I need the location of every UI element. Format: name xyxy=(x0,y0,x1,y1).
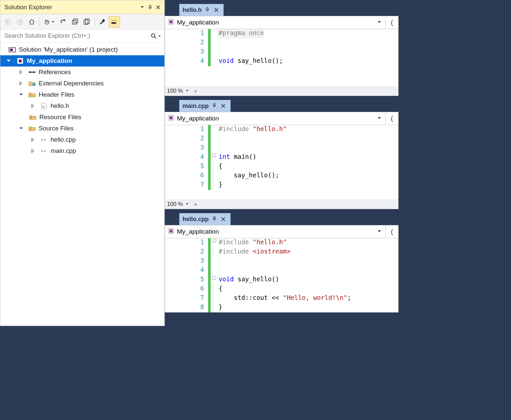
hello-h-node[interactable]: h hello.h xyxy=(0,100,164,112)
editor-hello-cpp[interactable]: 1-#include "hello.h" 2#include <iostream… xyxy=(165,238,399,312)
project-icon xyxy=(168,19,174,26)
chevron-down-icon[interactable] xyxy=(186,88,190,94)
close-icon[interactable] xyxy=(221,103,227,110)
project-icon xyxy=(16,57,24,65)
show-all-files-button[interactable] xyxy=(81,16,93,27)
svg-rect-6 xyxy=(85,19,89,23)
solution-explorer-panel: Solution Explorer xyxy=(0,0,165,326)
svg-rect-11 xyxy=(10,49,13,51)
member-dropdown[interactable]: ( xyxy=(386,115,398,122)
scroll-left-icon[interactable]: ◄ xyxy=(193,88,197,94)
svg-rect-17 xyxy=(32,83,35,86)
main-cpp-node[interactable]: ++ main.cpp xyxy=(0,145,164,157)
expand-icon[interactable] xyxy=(18,81,24,85)
expand-icon[interactable] xyxy=(29,149,36,153)
scope-dropdown[interactable]: My_application xyxy=(165,228,385,236)
dropdown-icon[interactable] xyxy=(139,4,146,11)
chevron-down-icon[interactable] xyxy=(377,20,383,25)
project-icon xyxy=(168,228,174,236)
solution-tree[interactable]: Solution 'My_application' (1 project) My… xyxy=(0,43,164,158)
hello-cpp-node[interactable]: ++ hello.cpp xyxy=(0,134,164,145)
pending-changes-button[interactable] xyxy=(42,16,57,27)
collapse-icon[interactable] xyxy=(18,93,24,97)
fold-icon[interactable]: - xyxy=(212,239,216,243)
search-icon[interactable] xyxy=(150,33,161,39)
cpp-file-icon: ++ xyxy=(40,136,48,144)
svg-rect-22 xyxy=(169,20,173,23)
svg-rect-5 xyxy=(84,20,88,24)
zoom-bar[interactable]: 100 % ◄ xyxy=(165,86,399,96)
collapse-icon[interactable] xyxy=(5,59,12,63)
member-dropdown[interactable]: ( xyxy=(386,228,398,236)
resource-files-node[interactable]: Resource Files xyxy=(0,112,164,123)
solution-explorer-toolbar xyxy=(0,14,164,29)
chevron-down-icon[interactable] xyxy=(377,116,383,121)
member-dropdown[interactable]: ( xyxy=(386,19,398,26)
solution-node[interactable]: Solution 'My_application' (1 project) xyxy=(0,44,164,55)
project-icon xyxy=(168,115,174,122)
fold-icon[interactable]: - xyxy=(212,276,216,280)
zoom-bar[interactable]: 100 % ◄ xyxy=(165,199,399,209)
close-icon[interactable] xyxy=(214,7,220,14)
tab-hello-cpp[interactable]: hello.cpp xyxy=(179,213,231,225)
filter-folder-icon xyxy=(29,113,37,121)
chevron-down-icon[interactable] xyxy=(186,201,190,208)
source-files-node[interactable]: Source Files xyxy=(0,123,164,134)
references-icon xyxy=(28,68,36,76)
svg-rect-16 xyxy=(31,72,33,72)
scope-dropdown[interactable]: My_application xyxy=(165,115,385,122)
solution-explorer-titlebar: Solution Explorer xyxy=(0,0,164,14)
svg-rect-3 xyxy=(72,20,76,24)
pin-icon[interactable] xyxy=(212,216,218,223)
chevron-down-icon[interactable] xyxy=(377,229,383,235)
pin-icon[interactable] xyxy=(212,103,218,110)
tab-hello-h[interactable]: hello.h xyxy=(179,4,224,16)
svg-rect-24 xyxy=(169,116,173,119)
svg-rect-7 xyxy=(111,22,116,24)
references-node[interactable]: References xyxy=(0,67,164,78)
close-icon[interactable] xyxy=(154,4,162,11)
project-node[interactable]: My_application xyxy=(0,55,164,67)
nav-fwd-button[interactable] xyxy=(14,16,25,27)
fold-icon[interactable]: - xyxy=(212,154,216,157)
solution-icon xyxy=(8,46,16,54)
external-deps-node[interactable]: External Dependencies xyxy=(0,78,164,89)
preview-button[interactable] xyxy=(109,16,120,27)
solution-search-input[interactable] xyxy=(4,32,150,40)
svg-rect-26 xyxy=(169,229,173,233)
home-button[interactable] xyxy=(26,16,37,27)
h-file-icon: h xyxy=(40,102,48,110)
svg-rect-4 xyxy=(74,19,78,23)
nav-back-button[interactable] xyxy=(2,16,14,27)
svg-text:h: h xyxy=(43,105,44,109)
pin-icon[interactable] xyxy=(147,4,154,11)
collapse-icon[interactable] xyxy=(18,126,24,130)
editor-navbar: My_application ( xyxy=(165,112,399,125)
expand-icon[interactable] xyxy=(18,70,24,74)
folder-icon xyxy=(28,79,36,87)
properties-button[interactable] xyxy=(97,16,108,27)
editor-navbar: My_application ( xyxy=(165,16,399,29)
cpp-file-icon: ++ xyxy=(40,147,48,155)
svg-rect-8 xyxy=(111,20,117,21)
collapse-all-button[interactable] xyxy=(69,16,81,27)
svg-point-9 xyxy=(151,34,155,37)
svg-rect-13 xyxy=(19,59,22,63)
expand-icon[interactable] xyxy=(29,138,36,142)
svg-rect-15 xyxy=(33,71,35,73)
scroll-left-icon[interactable]: ◄ xyxy=(193,202,197,207)
scope-dropdown[interactable]: My_application xyxy=(165,19,385,26)
tab-main-cpp[interactable]: main.cpp xyxy=(179,100,231,112)
svg-text:++: ++ xyxy=(41,148,46,154)
close-icon[interactable] xyxy=(221,216,227,223)
editor-hello-h[interactable]: 1#pragma once 2 3 4void say_hello(); xyxy=(165,29,399,86)
svg-rect-14 xyxy=(29,71,31,73)
svg-point-0 xyxy=(5,19,11,24)
header-files-node[interactable]: Header Files xyxy=(0,89,164,100)
expand-icon[interactable] xyxy=(29,104,36,108)
solution-search[interactable] xyxy=(0,29,164,43)
editor-area: hello.h My_application ( 1#pragma once 2… xyxy=(165,0,399,326)
editor-main-cpp[interactable]: 1#include "hello.h" 2 3 4-int main() 5{ … xyxy=(165,125,399,199)
sync-button[interactable] xyxy=(58,16,69,27)
pin-icon[interactable] xyxy=(205,7,211,14)
